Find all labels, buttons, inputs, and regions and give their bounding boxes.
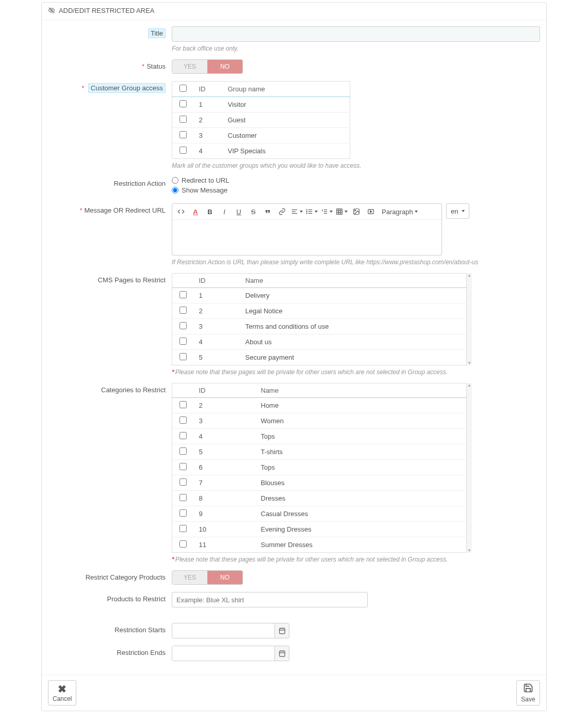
cat-row-checkbox[interactable] [179,540,187,548]
strikethrough-icon[interactable]: S [248,206,259,217]
cms-row-checkbox[interactable] [179,307,187,314]
group-access-table: ID Group name 1 Visitor 2 [172,81,350,159]
language-select[interactable]: en [446,203,469,219]
table-row: 10Evening Dresses [172,522,467,537]
group-row-checkbox[interactable] [179,131,187,138]
table-row: 5Secure payment [172,350,467,365]
align-icon[interactable] [291,206,303,217]
table-row: 2 Guest [172,113,350,128]
calendar-button[interactable] [274,646,289,661]
message-help: If Restriction Action is URL than please… [172,259,540,266]
image-icon[interactable] [351,206,362,217]
cms-row-checkbox[interactable] [179,322,187,329]
restrict-cat-products-label: Restrict Category Products [48,570,172,581]
restriction-ends-input[interactable] [172,646,274,661]
status-toggle[interactable]: YES NO [172,59,243,74]
text-color-icon[interactable]: A [190,206,201,217]
scroll-up-icon[interactable]: ▲ [467,273,471,278]
table-row: 11Summer Dresses [172,537,467,553]
cms-row-checkbox[interactable] [179,353,187,360]
scroll-down-icon[interactable]: ▼ [467,548,471,553]
restrict-cat-no[interactable]: NO [207,571,242,584]
restrict-cat-toggle[interactable]: YES NO [172,570,243,585]
group-select-all[interactable] [179,85,187,92]
svg-rect-14 [337,209,342,215]
editor-content[interactable] [172,220,442,255]
numbered-list-icon[interactable] [321,206,333,217]
restriction-starts-input[interactable] [172,623,274,638]
table-row: 3 Customer [172,128,350,143]
video-icon[interactable] [365,206,377,217]
bold-icon[interactable]: B [204,206,216,217]
title-help: For back office use only. [172,45,540,52]
restriction-ends-label: Restriction Ends [48,646,172,656]
cms-pages-table: ID Name 1Delivery 2Legal Notice 3Terms a… [172,273,467,365]
table-icon[interactable] [336,206,348,217]
cancel-button[interactable]: ✖ Cancel [48,680,76,706]
save-button[interactable]: Save [516,680,540,706]
bullet-list-icon[interactable] [306,206,318,217]
restriction-starts-label: Restriction Starts [48,623,172,634]
status-yes[interactable]: YES [172,60,207,73]
col-name: Name [256,383,467,398]
underline-icon[interactable]: U [233,206,244,217]
table-row: 2Home [172,398,467,413]
restrict-cat-yes[interactable]: YES [172,571,207,584]
radio-redirect-url[interactable] [172,177,178,184]
table-row: 2Legal Notice [172,303,467,319]
radio-show-message[interactable] [172,187,178,194]
group-row-checkbox[interactable] [179,100,187,107]
table-row: 4 VIP Specials [172,143,350,159]
products-restrict-input[interactable] [172,592,368,607]
col-id: ID [194,383,256,398]
status-no[interactable]: NO [207,60,242,73]
table-row: 1Delivery [172,288,467,303]
cms-row-checkbox[interactable] [179,338,187,345]
close-icon: ✖ [53,684,72,694]
table-row: 3Terms and conditions of use [172,319,467,334]
cms-row-checkbox[interactable] [179,291,187,298]
svg-marker-22 [370,211,372,213]
radio-message-label: Show Message [182,186,227,194]
svg-rect-23 [279,628,285,634]
paragraph-dropdown[interactable]: Paragraph [380,206,420,217]
cat-row-checkbox[interactable] [179,494,187,501]
table-row: 1 Visitor [172,97,350,113]
panel-title: ADD/EDIT RESTRICTED AREA [59,7,154,14]
cms-pages-label: CMS Pages to Restrict [48,273,172,284]
cat-row-checkbox[interactable] [179,447,187,455]
table-row: 3Women [172,413,467,429]
group-access-label: * Customer Group access [48,81,172,92]
scroll-down-icon[interactable]: ▼ [467,361,471,365]
scrollbar[interactable]: ▲▼ [467,273,472,365]
table-row: 6Tops [172,460,467,475]
scroll-up-icon[interactable]: ▲ [467,383,471,388]
save-icon [521,683,535,695]
svg-point-9 [306,211,307,212]
cat-row-checkbox[interactable] [179,432,187,439]
editor-toolbar: A B I U S [172,204,442,220]
group-row-checkbox[interactable] [179,116,187,123]
cat-row-checkbox[interactable] [179,525,187,532]
group-row-checkbox[interactable] [179,147,187,154]
products-restrict-label: Products to Restrict [48,592,172,603]
blockquote-icon[interactable] [262,206,273,217]
table-row: 8Dresses [172,491,467,506]
cat-row-checkbox[interactable] [179,463,187,470]
cat-row-checkbox[interactable] [179,509,187,517]
cat-row-checkbox[interactable] [179,416,187,424]
cat-row-checkbox[interactable] [179,401,187,408]
title-input[interactable] [172,26,540,42]
restriction-action-label: Restriction Action [48,177,172,187]
source-code-icon[interactable] [175,206,187,217]
link-icon[interactable] [276,206,288,217]
panel-footer: ✖ Cancel Save [42,675,546,711]
cat-row-checkbox[interactable] [179,478,187,486]
calendar-button[interactable] [274,623,289,638]
rich-text-editor: A B I U S [172,203,442,255]
cms-help: *Please note that these pages will be pr… [172,368,540,376]
scrollbar[interactable]: ▲▼ [467,383,472,553]
italic-icon[interactable]: I [219,206,230,217]
table-row: 7Blouses [172,475,467,491]
calendar-icon [279,650,286,657]
